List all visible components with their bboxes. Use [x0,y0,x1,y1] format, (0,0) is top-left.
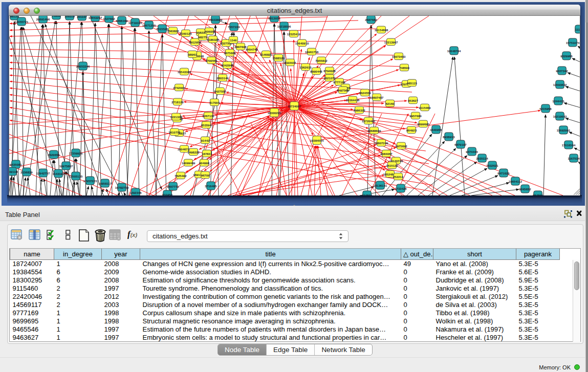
svg-text:8160124: 8160124 [180,32,192,35]
svg-text:20691406: 20691406 [36,18,50,21]
svg-text:9777169: 9777169 [333,81,345,84]
svg-text:109319: 109319 [64,16,75,18]
svg-text:9084067: 9084067 [380,152,393,156]
svg-text:7632621: 7632621 [486,164,498,167]
svg-text:1733426: 1733426 [395,187,407,190]
svg-text:9957684: 9957684 [409,115,422,118]
svg-text:6466160: 6466160 [116,19,128,23]
svg-text:9657771: 9657771 [167,185,179,188]
svg-text:1621072: 1621072 [323,77,336,80]
svg-text:16671355: 16671355 [142,24,156,27]
svg-text:8990448: 8990448 [310,70,322,73]
svg-text:7625402: 7625402 [175,174,187,178]
svg-text:16154808: 16154808 [375,29,388,32]
svg-text:18807249: 18807249 [375,142,388,145]
svg-text:1221338: 1221338 [170,116,182,119]
svg-text:14136141: 14136141 [374,184,387,187]
svg-text:8471626: 8471626 [497,172,510,175]
svg-text:417004: 417004 [209,101,220,104]
svg-text:10961758: 10961758 [305,51,319,54]
svg-text:1292346: 1292346 [129,191,142,194]
svg-text:9227342: 9227342 [556,70,568,73]
svg-text:18300295: 18300295 [268,112,281,115]
svg-text:9245652: 9245652 [519,188,531,191]
svg-text:8938913: 8938913 [443,136,455,139]
svg-text:96709: 96709 [201,174,210,177]
svg-text:1588520: 1588520 [272,57,285,60]
svg-text:98961: 98961 [188,53,197,56]
svg-text:1975692: 1975692 [395,145,407,148]
svg-text:9435081: 9435081 [10,163,22,166]
svg-text:8427552: 8427552 [214,90,226,93]
svg-text:1615132: 1615132 [386,164,398,167]
svg-text:7986322: 7986322 [353,109,365,112]
svg-text:2687682: 2687682 [365,18,377,21]
svg-text:1546: 1546 [230,39,237,42]
svg-text:8322037: 8322037 [284,61,296,64]
svg-text:10807487: 10807487 [370,96,384,99]
svg-text:985115: 985115 [407,82,417,85]
svg-text:1700561: 1700561 [205,59,217,62]
svg-text:10719185: 10719185 [128,21,142,25]
svg-text:1498222: 1498222 [187,151,200,154]
svg-text:12093832: 12093832 [553,83,567,86]
svg-text:3267130: 3267130 [202,115,214,118]
svg-text:16033809: 16033809 [209,18,223,21]
svg-text:12325419: 12325419 [287,33,301,36]
svg-text:939119: 939119 [9,170,18,173]
svg-text:2935114: 2935114 [476,157,488,160]
svg-text:3675685: 3675685 [224,52,236,55]
svg-text:6879197: 6879197 [454,143,467,146]
svg-text:8912954: 8912954 [189,41,201,44]
svg-text:6497568: 6497568 [337,89,349,92]
svg-text:10688609: 10688609 [367,129,381,133]
svg-text:748500: 748500 [399,67,410,70]
svg-text:2156839: 2156839 [20,171,33,174]
svg-text:17957223: 17957223 [83,180,97,183]
svg-text:9115460: 9115460 [419,106,431,110]
svg-text:7563822: 7563822 [167,30,179,33]
svg-text:12505135: 12505135 [69,175,83,178]
svg-text:924504: 924504 [362,194,373,195]
svg-text:8454749: 8454749 [246,48,258,51]
svg-text:1610755: 1610755 [168,131,181,134]
svg-text:2867608: 2867608 [234,46,247,49]
svg-text:9329966: 9329966 [560,55,573,58]
svg-text:10654112: 10654112 [509,180,522,183]
svg-text:1143193: 1143193 [52,172,64,176]
svg-text:14099489: 14099489 [182,162,195,165]
svg-text:10210643: 10210643 [553,115,567,118]
svg-text:953627: 953627 [408,99,419,102]
svg-text:15751074: 15751074 [566,41,580,45]
svg-text:7955812: 7955812 [315,59,328,62]
svg-text:12942757: 12942757 [36,172,50,175]
svg-text:10973493: 10973493 [392,55,406,58]
svg-text:984566: 984566 [533,194,543,195]
svg-text:2803144: 2803144 [216,77,229,80]
svg-text:853594: 853594 [201,124,212,127]
svg-text:19218506: 19218506 [277,25,291,28]
svg-text:984923: 984923 [406,129,417,132]
svg-text:252214: 252214 [393,176,404,179]
svg-text:16543382: 16543382 [178,71,191,74]
svg-text:76900: 76900 [52,16,61,17]
svg-text:2742004: 2742004 [173,86,185,90]
svg-text:19384554: 19384554 [310,139,324,142]
svg-text:8186328: 8186328 [207,38,219,41]
svg-text:18724007: 18724007 [288,105,301,108]
svg-text:9699695: 9699695 [417,123,429,126]
svg-text:10975867: 10975867 [59,165,73,168]
svg-text:2620656: 2620656 [48,154,60,157]
svg-text:3716485: 3716485 [205,185,217,188]
svg-text:1640956: 1640956 [430,128,442,132]
svg-text:17016504: 17016504 [562,144,576,147]
svg-text:14055721: 14055721 [15,20,29,24]
svg-text:6794028: 6794028 [323,70,336,73]
svg-text:7357224: 7357224 [228,26,240,29]
svg-text:11123: 11123 [575,28,580,31]
svg-text:91442: 91442 [201,139,210,142]
svg-text:1527602: 1527602 [103,17,115,20]
svg-text:20364436: 20364436 [346,99,360,102]
svg-text:10648784: 10648784 [447,50,461,53]
svg-text:1167534: 1167534 [568,157,580,160]
